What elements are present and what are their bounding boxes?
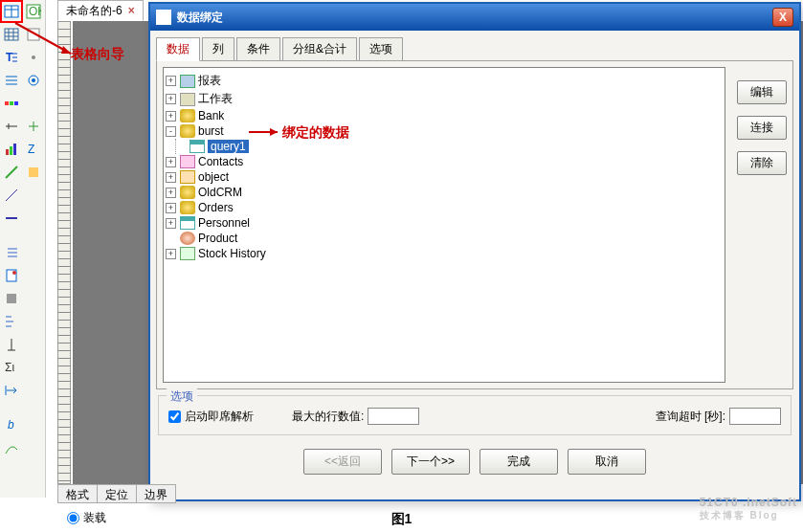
tree-toggle[interactable]: + bbox=[166, 157, 176, 167]
svg-rect-41 bbox=[7, 294, 16, 303]
svg-rect-22 bbox=[10, 101, 13, 105]
svg-text:Σι: Σι bbox=[5, 361, 14, 374]
indent-tool[interactable] bbox=[0, 241, 23, 264]
tree-toggle[interactable]: + bbox=[166, 172, 176, 183]
svg-rect-33 bbox=[29, 167, 38, 177]
sigma-tool[interactable]: Σι bbox=[0, 356, 23, 379]
adhoc-checkbox-label[interactable]: 启动即席解析 bbox=[168, 409, 254, 425]
table-wizard-button[interactable] bbox=[0, 0, 23, 23]
dialog-titlebar[interactable]: 数据绑定 X bbox=[150, 4, 799, 31]
tree-node[interactable]: +Product bbox=[166, 231, 723, 246]
next-button[interactable]: 下一个>> bbox=[391, 449, 470, 475]
tree-node-label: Bank bbox=[198, 109, 224, 122]
tree-panel: +报表+工作表+Bank-burstquery1+Contacts+object… bbox=[156, 60, 793, 389]
tree-node-label: Product bbox=[198, 232, 237, 245]
tab-group-total[interactable]: 分组&合计 bbox=[282, 37, 357, 61]
document-tab[interactable]: 未命名的-6 × bbox=[57, 0, 144, 21]
anchor-tool[interactable] bbox=[0, 333, 23, 356]
tool-a5[interactable] bbox=[23, 92, 46, 115]
bottom-tab-position[interactable]: 定位 bbox=[97, 484, 137, 503]
tab-options[interactable]: 选项 bbox=[359, 37, 403, 61]
tree-toggle[interactable]: + bbox=[166, 203, 176, 213]
tree-node-label: Orders bbox=[198, 201, 234, 214]
hline-tool[interactable] bbox=[0, 207, 23, 230]
cancel-button[interactable]: 取消 bbox=[568, 449, 646, 475]
tool-a2[interactable] bbox=[23, 23, 46, 46]
flag-tool[interactable]: b bbox=[0, 413, 23, 436]
spacing-tool[interactable] bbox=[0, 310, 23, 333]
svg-line-32 bbox=[6, 166, 17, 178]
figure-label: 图1 bbox=[0, 511, 803, 528]
tab-columns[interactable]: 列 bbox=[202, 37, 234, 61]
tree-child-node[interactable]: query1 bbox=[175, 139, 723, 154]
tree-node[interactable]: +报表 bbox=[166, 72, 723, 90]
data-binding-dialog: 数据绑定 X 数据 列 条件 分组&合计 选项 +报表+工作表+Bank-bur… bbox=[148, 2, 801, 501]
tree-node[interactable]: +OldCRM bbox=[166, 185, 723, 200]
side-buttons: 编辑 连接 清除 bbox=[731, 61, 792, 388]
ic-db-icon bbox=[180, 124, 195, 138]
tree-node[interactable]: +Personnel bbox=[166, 215, 723, 231]
brush-tool[interactable] bbox=[0, 161, 23, 184]
misc-tool-1[interactable] bbox=[0, 287, 23, 310]
dialog-tabs: 数据 列 条件 分组&合计 选项 bbox=[156, 36, 793, 60]
dialog-icon bbox=[156, 10, 171, 25]
curve-tool[interactable] bbox=[0, 436, 23, 459]
color-tool[interactable] bbox=[23, 161, 46, 184]
back-button[interactable]: <<返回 bbox=[303, 449, 382, 475]
text-tool[interactable]: T bbox=[0, 46, 23, 69]
tree-node[interactable]: +工作表 bbox=[166, 90, 723, 108]
finish-button[interactable]: 完成 bbox=[480, 449, 558, 475]
tree-toggle[interactable]: + bbox=[166, 249, 176, 259]
tree-toggle[interactable]: - bbox=[166, 126, 176, 137]
radio-tool[interactable] bbox=[23, 69, 46, 92]
edit-button[interactable]: 编辑 bbox=[737, 80, 787, 104]
svg-line-34 bbox=[6, 189, 17, 201]
line-tool[interactable] bbox=[0, 184, 23, 207]
tree-toggle[interactable]: + bbox=[166, 218, 176, 229]
tree-node[interactable]: +Orders bbox=[166, 200, 723, 215]
tree-node[interactable]: +Contacts bbox=[166, 154, 723, 169]
tree-node[interactable]: +Stock History bbox=[166, 246, 723, 261]
bottom-tab-border[interactable]: 边界 bbox=[136, 484, 176, 503]
max-rows-input[interactable] bbox=[368, 408, 419, 425]
tree-node-label: Contacts bbox=[198, 155, 243, 168]
palette-tool[interactable] bbox=[0, 92, 23, 115]
tool-a3[interactable] bbox=[23, 46, 46, 69]
ic-db-icon bbox=[180, 201, 195, 214]
options-group: 选项 启动即席解析 最大的行数值: 查询超时 [秒]: bbox=[158, 395, 792, 435]
tree-node[interactable]: -burst bbox=[166, 123, 723, 139]
bottom-tabs: 格式 定位 边界 bbox=[57, 484, 175, 503]
tree-node[interactable]: +Bank bbox=[166, 108, 723, 123]
tree-node[interactable]: +object bbox=[166, 169, 723, 185]
svg-point-40 bbox=[12, 271, 16, 275]
tree-toggle[interactable]: + bbox=[166, 188, 176, 198]
tree-node-label: burst bbox=[198, 124, 224, 138]
chart-tool[interactable] bbox=[0, 138, 23, 161]
link-tool[interactable]: Z bbox=[23, 138, 46, 161]
document-tab-close[interactable]: × bbox=[128, 4, 135, 17]
svg-point-15 bbox=[32, 55, 35, 59]
expand-tool[interactable] bbox=[0, 379, 23, 402]
data-source-tree[interactable]: +报表+工作表+Bank-burstquery1+Contacts+object… bbox=[163, 67, 725, 383]
tree-toggle[interactable]: + bbox=[166, 76, 176, 86]
scissors-tool[interactable] bbox=[0, 115, 23, 138]
timeout-input[interactable] bbox=[729, 408, 781, 425]
svg-rect-28 bbox=[6, 149, 9, 155]
connect-button[interactable]: 连接 bbox=[737, 116, 787, 140]
tree-toggle[interactable]: + bbox=[166, 94, 176, 104]
clear-button[interactable]: 清除 bbox=[737, 151, 787, 175]
svg-point-20 bbox=[32, 78, 35, 82]
adhoc-checkbox[interactable] bbox=[168, 410, 181, 423]
bookmark-tool[interactable] bbox=[0, 264, 23, 287]
dialog-close-button[interactable]: X bbox=[772, 8, 793, 27]
svg-rect-30 bbox=[13, 144, 16, 155]
tree-toggle[interactable]: + bbox=[166, 111, 176, 122]
ic-table-icon bbox=[190, 140, 205, 153]
plus-tool[interactable] bbox=[23, 115, 46, 138]
ok-stamp-button[interactable]: OK bbox=[23, 0, 45, 23]
list-tool[interactable] bbox=[0, 69, 23, 92]
tab-data[interactable]: 数据 bbox=[156, 37, 200, 61]
bottom-tab-format[interactable]: 格式 bbox=[57, 484, 98, 503]
tab-conditions[interactable]: 条件 bbox=[236, 37, 280, 61]
grid-button[interactable] bbox=[0, 23, 23, 46]
